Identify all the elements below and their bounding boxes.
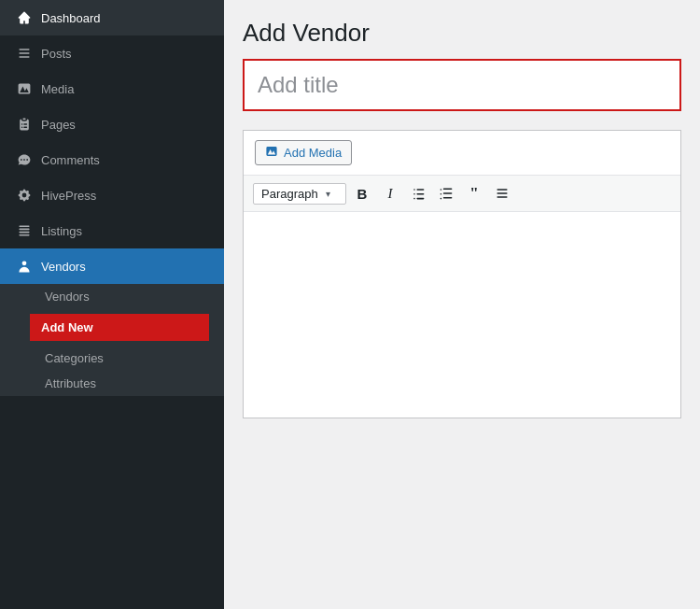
page-title: Add Vendor — [243, 19, 681, 48]
pages-icon — [15, 115, 34, 134]
add-media-label: Add Media — [284, 146, 342, 160]
sidebar-item-label-dashboard: Dashboard — [41, 11, 101, 25]
title-input[interactable] — [245, 61, 679, 109]
sidebar: Dashboard Posts Media Pages Comments Hiv… — [0, 0, 224, 609]
paragraph-label: Paragraph — [261, 187, 318, 201]
vendors-icon — [15, 257, 34, 276]
align-button[interactable] — [490, 181, 514, 205]
sidebar-item-label-vendors: Vendors — [41, 260, 86, 274]
sidebar-item-label-pages: Pages — [41, 118, 76, 132]
editor-area: Add Media Paragraph ▾ B I " — [243, 130, 681, 418]
numbered-list-button[interactable] — [434, 181, 458, 205]
sidebar-item-hivepress[interactable]: HivePress — [0, 177, 224, 213]
chevron-down-icon: ▾ — [326, 189, 330, 199]
submenu-item-vendors-list[interactable]: Vendors — [0, 284, 224, 309]
media-icon — [15, 79, 34, 98]
comments-icon — [15, 150, 34, 169]
sidebar-item-listings[interactable]: Listings — [0, 213, 224, 248]
bullet-list-button[interactable] — [406, 181, 430, 205]
blockquote-button[interactable]: " — [462, 181, 486, 205]
main-content: Add Vendor Add Media Paragraph ▾ B I — [224, 0, 700, 609]
dashboard-icon — [15, 8, 34, 27]
submenu-item-add-new[interactable]: Add New — [30, 314, 209, 341]
editor-toolbar: Paragraph ▾ B I " — [244, 176, 680, 212]
sidebar-item-label-hivepress: HivePress — [41, 189, 96, 203]
bold-button[interactable]: B — [350, 181, 374, 205]
editor-body[interactable] — [244, 212, 680, 418]
sidebar-item-media[interactable]: Media — [0, 71, 224, 106]
submenu-item-categories[interactable]: Categories — [0, 346, 224, 371]
listings-icon — [15, 221, 34, 240]
sidebar-item-comments[interactable]: Comments — [0, 142, 224, 177]
sidebar-item-label-media: Media — [41, 82, 74, 96]
posts-icon — [15, 44, 34, 63]
sidebar-item-posts[interactable]: Posts — [0, 35, 224, 71]
italic-button[interactable]: I — [378, 181, 402, 205]
sidebar-item-label-posts: Posts — [41, 47, 72, 61]
sidebar-item-label-listings: Listings — [41, 224, 82, 238]
title-wrapper — [243, 59, 681, 111]
hivepress-icon — [15, 186, 34, 205]
sidebar-item-pages[interactable]: Pages — [0, 106, 224, 142]
vendors-submenu: Vendors Add New Categories Attributes — [0, 284, 224, 396]
paragraph-select[interactable]: Paragraph ▾ — [253, 183, 346, 205]
add-media-icon — [265, 145, 278, 161]
sidebar-item-label-comments: Comments — [41, 153, 100, 167]
submenu-item-attributes[interactable]: Attributes — [0, 371, 224, 396]
sidebar-item-vendors[interactable]: Vendors — [0, 248, 224, 284]
add-media-button[interactable]: Add Media — [255, 140, 352, 165]
add-media-bar: Add Media — [244, 131, 680, 176]
sidebar-item-dashboard[interactable]: Dashboard — [0, 0, 224, 35]
